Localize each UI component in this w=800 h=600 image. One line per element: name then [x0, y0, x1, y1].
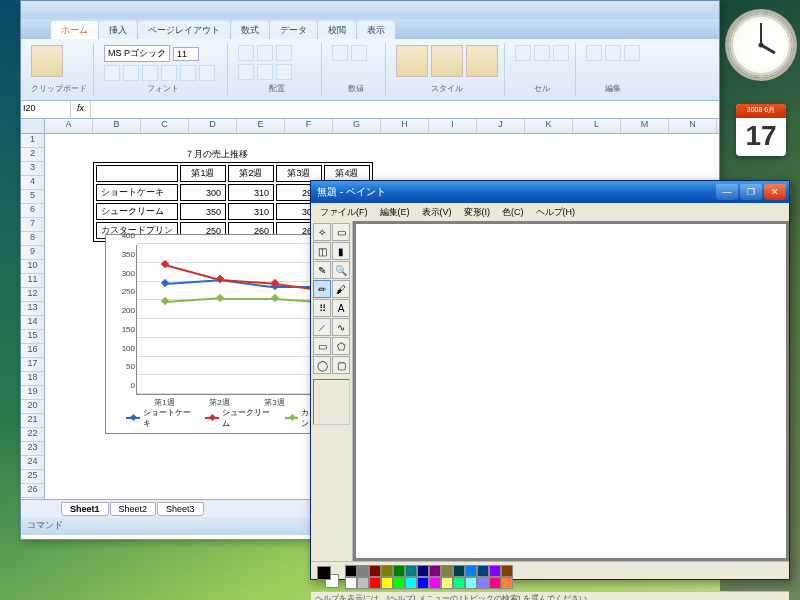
ribbon-tab-3[interactable]: 数式	[231, 21, 269, 39]
pencil-icon[interactable]: ✏	[313, 280, 331, 298]
row-header[interactable]: 1	[21, 134, 45, 148]
col-header[interactable]: E	[237, 119, 285, 133]
clock-gadget[interactable]	[730, 14, 792, 76]
row-header[interactable]: 8	[21, 232, 45, 246]
table-cell[interactable]: 310	[228, 203, 274, 220]
paint-canvas[interactable]	[356, 224, 786, 558]
currency-button[interactable]	[332, 45, 348, 61]
palette-color[interactable]	[369, 577, 381, 589]
polygon-icon[interactable]: ⬠	[332, 337, 350, 355]
row-header[interactable]: 9	[21, 246, 45, 260]
row-header[interactable]: 20	[21, 400, 45, 414]
calendar-gadget[interactable]: 2008 6月 17	[736, 104, 786, 156]
ribbon-tab-0[interactable]: ホーム	[51, 21, 98, 39]
row-header[interactable]: 10	[21, 260, 45, 274]
row-header[interactable]: 5	[21, 190, 45, 204]
curve-icon[interactable]: ∿	[332, 318, 350, 336]
palette-color[interactable]	[465, 577, 477, 589]
palette-color[interactable]	[441, 565, 453, 577]
row-header[interactable]: 24	[21, 456, 45, 470]
excel-titlebar[interactable]	[21, 1, 719, 19]
cell-styles-button[interactable]	[466, 45, 498, 77]
ribbon-tab-4[interactable]: データ	[270, 21, 317, 39]
menu-item[interactable]: 変形(I)	[459, 205, 496, 219]
italic-button[interactable]	[123, 65, 139, 81]
col-header[interactable]: L	[573, 119, 621, 133]
ellipse-icon[interactable]: ◯	[313, 356, 331, 374]
row-header[interactable]: 23	[21, 442, 45, 456]
paint-window[interactable]: 無題 - ペイント — ❐ ✕ ファイル(F)編集(E)表示(V)変形(I)色(…	[310, 180, 790, 580]
table-cell[interactable]: 300	[180, 184, 226, 201]
menu-item[interactable]: ヘルプ(H)	[531, 205, 581, 219]
autosum-button[interactable]	[586, 45, 602, 61]
rect-select-icon[interactable]: ▭	[332, 223, 350, 241]
paste-button[interactable]	[31, 45, 63, 77]
ribbon-tab-1[interactable]: 挿入	[99, 21, 137, 39]
palette-color[interactable]	[357, 565, 369, 577]
brush-icon[interactable]: 🖌	[332, 280, 350, 298]
row-header[interactable]: 26	[21, 484, 45, 498]
col-header[interactable]: M	[621, 119, 669, 133]
row-header[interactable]: 2	[21, 148, 45, 162]
table-header-cell[interactable]: 第2週	[228, 165, 274, 182]
col-header[interactable]: B	[93, 119, 141, 133]
name-box[interactable]: I20	[21, 101, 71, 118]
font-size-select[interactable]: 11	[173, 47, 199, 61]
current-colors[interactable]	[315, 564, 341, 590]
palette-color[interactable]	[501, 565, 513, 577]
fill-icon[interactable]: ▮	[332, 242, 350, 260]
palette-color[interactable]	[429, 565, 441, 577]
picker-icon[interactable]: ✎	[313, 261, 331, 279]
zoom-icon[interactable]: 🔍	[332, 261, 350, 279]
row-header[interactable]: 6	[21, 204, 45, 218]
table-header-cell[interactable]	[96, 165, 178, 182]
row-header[interactable]: 7	[21, 218, 45, 232]
palette-color[interactable]	[381, 577, 393, 589]
palette-color[interactable]	[489, 565, 501, 577]
palette-color[interactable]	[369, 565, 381, 577]
percent-button[interactable]	[351, 45, 367, 61]
row-header[interactable]: 15	[21, 330, 45, 344]
row-header[interactable]: 11	[21, 274, 45, 288]
palette-color[interactable]	[417, 577, 429, 589]
align-right-button[interactable]	[276, 64, 292, 80]
menu-item[interactable]: 編集(E)	[375, 205, 415, 219]
rect-icon[interactable]: ▭	[313, 337, 331, 355]
palette-color[interactable]	[429, 577, 441, 589]
palette-color[interactable]	[393, 565, 405, 577]
row-header[interactable]: 25	[21, 470, 45, 484]
ribbon-tab-5[interactable]: 校閲	[318, 21, 356, 39]
format-button[interactable]	[553, 45, 569, 61]
palette-color[interactable]	[381, 565, 393, 577]
sheet-tab[interactable]: Sheet3	[157, 502, 204, 516]
fill-color-button[interactable]	[180, 65, 196, 81]
row-header[interactable]: 3	[21, 162, 45, 176]
insert-button[interactable]	[515, 45, 531, 61]
palette-color[interactable]	[453, 577, 465, 589]
col-header[interactable]: C	[141, 119, 189, 133]
spray-icon[interactable]: ⠿	[313, 299, 331, 317]
palette-color[interactable]	[477, 577, 489, 589]
palette-color[interactable]	[345, 577, 357, 589]
maximize-button[interactable]: ❐	[740, 184, 762, 200]
eraser-icon[interactable]: ◫	[313, 242, 331, 260]
col-header[interactable]: N	[669, 119, 717, 133]
table-cell[interactable]: 310	[228, 184, 274, 201]
palette-color[interactable]	[417, 565, 429, 577]
palette-color[interactable]	[441, 577, 453, 589]
align-left-button[interactable]	[238, 64, 254, 80]
palette-color[interactable]	[345, 565, 357, 577]
palette-color[interactable]	[465, 565, 477, 577]
bold-button[interactable]	[104, 65, 120, 81]
align-bot-button[interactable]	[276, 45, 292, 61]
table-cell[interactable]: ショートケーキ	[96, 184, 178, 201]
col-header[interactable]: I	[429, 119, 477, 133]
find-button[interactable]	[624, 45, 640, 61]
row-header[interactable]: 16	[21, 344, 45, 358]
roundrect-icon[interactable]: ▢	[332, 356, 350, 374]
row-header[interactable]: 12	[21, 288, 45, 302]
palette-color[interactable]	[477, 565, 489, 577]
table-header-cell[interactable]: 第1週	[180, 165, 226, 182]
paint-titlebar[interactable]: 無題 - ペイント — ❐ ✕	[311, 181, 789, 203]
table-cell[interactable]: 350	[180, 203, 226, 220]
